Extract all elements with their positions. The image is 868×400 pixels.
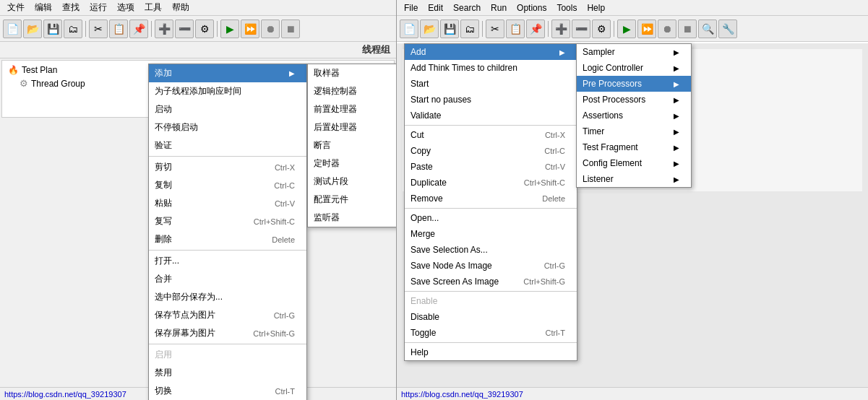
ctx-save-node-img[interactable]: 保存节点为图片 Ctrl-G (149, 306, 306, 324)
sub-config-element[interactable]: 配置元件 ▶ (308, 191, 397, 209)
r-save-as-btn[interactable]: 🗂 (460, 19, 479, 38)
ctx-paste[interactable]: 粘贴 Ctrl-V (149, 194, 306, 212)
r-remove-btn[interactable]: ➖ (572, 19, 590, 38)
r-stop2-btn[interactable]: ⏹ (678, 19, 697, 38)
r-sub-test-fragment[interactable]: Test Fragment ▶ (577, 139, 691, 155)
ctx-start[interactable]: 启动 (149, 100, 306, 118)
rctx-copy[interactable]: Copy Ctrl-C (405, 143, 577, 159)
ctx-copy[interactable]: 复制 Ctrl-C (149, 176, 306, 194)
stop2-btn[interactable]: ⏹ (281, 19, 300, 38)
r-sub-assertions[interactable]: Assertions ▶ (577, 108, 691, 123)
ctx-merge[interactable]: 合并 (149, 270, 306, 288)
menu-file[interactable]: 文件 (3, 0, 29, 15)
rctx-merge[interactable]: Merge (405, 226, 577, 242)
ctx-add[interactable]: 添加 ▶ (149, 64, 306, 82)
r-sub-pre-proc[interactable]: Pre Processors ▶ (577, 76, 691, 92)
r-listener-arrow: ▶ (674, 175, 679, 183)
rmenu-options[interactable]: Options (512, 1, 551, 14)
rctx-save-screen-img[interactable]: Save Screen As Image Ctrl+Shift-G (405, 274, 577, 290)
rctx-save-selection[interactable]: Save Selection As... (405, 242, 577, 258)
settings-btn[interactable]: ⚙ (195, 19, 214, 38)
rmenu-run[interactable]: Run (486, 1, 511, 14)
sub-pre-proc[interactable]: 前置处理器 ▶ (308, 100, 397, 118)
rctx-open[interactable]: Open... (405, 210, 577, 226)
rctx-disable[interactable]: Disable (405, 309, 577, 325)
rctx-add[interactable]: Add ▶ (405, 44, 577, 60)
ctx-rewrite[interactable]: 复写 Ctrl+Shift-C (149, 212, 306, 230)
menu-run[interactable]: 运行 (85, 0, 111, 15)
sub-timer[interactable]: 定时器 ▶ (308, 155, 397, 173)
r-new-btn[interactable]: 📄 (400, 19, 418, 38)
rmenu-file[interactable]: File (400, 1, 422, 14)
r-sub-config-element[interactable]: Config Element ▶ (577, 155, 691, 171)
rctx-save-node-img[interactable]: Save Node As Image Ctrl-G (405, 258, 577, 274)
rmenu-search[interactable]: Search (449, 1, 485, 14)
r-sub-logic-ctrl[interactable]: Logic Controller ▶ (577, 60, 691, 76)
r-run-btn[interactable]: ▶ (617, 19, 636, 38)
ctx-open[interactable]: 打开... (149, 252, 306, 270)
r-sub-sampler[interactable]: Sampler ▶ (577, 44, 691, 60)
r-paste-btn[interactable]: 📌 (526, 19, 545, 38)
ctx-disable[interactable]: 禁用 (149, 364, 306, 382)
ctx-toggle[interactable]: 切换 Ctrl-T (149, 382, 306, 400)
ctx-save-selection[interactable]: 选中部分保存为... (149, 288, 306, 306)
add-btn[interactable]: ➕ (155, 19, 173, 38)
rctx-cut[interactable]: Cut Ctrl-X (405, 127, 577, 143)
rctx-sep4 (405, 342, 577, 343)
rmenu-edit[interactable]: Edit (424, 1, 447, 14)
ctx-delete[interactable]: 删除 Delete (149, 230, 306, 248)
rctx-paste[interactable]: Paste Ctrl-V (405, 159, 577, 175)
sub-post-proc[interactable]: 后置处理器 ▶ (308, 118, 397, 136)
sub-assertions[interactable]: 断言 ▶ (308, 136, 397, 155)
paste-btn[interactable]: 📌 (129, 19, 148, 38)
rctx-start[interactable]: Start (405, 76, 577, 92)
left-context-menu: 添加 ▶ 为子线程添加响应时间 启动 不停顿启动 验证 剪切 Ctrl-X 复制… (148, 64, 307, 400)
rmenu-help[interactable]: Help (583, 1, 609, 14)
sub-sampler[interactable]: 取样器 ▶ (308, 64, 397, 82)
sub-test-fragment[interactable]: 测试片段 ▶ (308, 173, 397, 191)
ctx-add-think[interactable]: 为子线程添加响应时间 (149, 82, 306, 100)
r-sub-listener[interactable]: Listener ▶ (577, 171, 691, 187)
ctx-cut[interactable]: 剪切 Ctrl-X (149, 158, 306, 176)
run-no-pause-btn[interactable]: ⏩ (241, 19, 259, 38)
r-extra-btn[interactable]: 🔧 (718, 19, 737, 38)
run-btn[interactable]: ▶ (220, 19, 239, 38)
ctx-validate[interactable]: 验证 (149, 136, 306, 155)
copy-btn[interactable]: 📋 (109, 19, 128, 38)
r-stop-btn[interactable]: ⏺ (658, 19, 676, 38)
r-open-btn[interactable]: 📂 (420, 19, 439, 38)
sub-logic-ctrl[interactable]: 逻辑控制器 ▶ (308, 82, 397, 100)
stop-btn[interactable]: ⏺ (261, 19, 280, 38)
rctx-start-nopause[interactable]: Start no pauses (405, 92, 577, 108)
rctx-help[interactable]: Help (405, 344, 577, 360)
r-copy-btn[interactable]: 📋 (506, 19, 525, 38)
remove-btn[interactable]: ➖ (175, 19, 194, 38)
save-as-btn[interactable]: 🗂 (64, 19, 82, 38)
r-add-btn[interactable]: ➕ (551, 19, 570, 38)
save-btn[interactable]: 💾 (43, 19, 62, 38)
r-sub-timer[interactable]: Timer ▶ (577, 123, 691, 139)
sub-listener[interactable]: 监听器 ▶ (308, 209, 397, 227)
rctx-add-think[interactable]: Add Think Times to children (405, 60, 577, 76)
rctx-duplicate[interactable]: Duplicate Ctrl+Shift-C (405, 175, 577, 191)
ctx-save-screen-img[interactable]: 保存屏幕为图片 Ctrl+Shift-G (149, 324, 306, 342)
r-sub-post-proc[interactable]: Post Processors ▶ (577, 92, 691, 108)
menu-help[interactable]: 帮助 (168, 0, 194, 15)
menu-tools[interactable]: 工具 (140, 0, 166, 15)
new-btn[interactable]: 📄 (3, 19, 22, 38)
rctx-validate[interactable]: Validate (405, 108, 577, 123)
r-zoom-btn[interactable]: 🔍 (698, 19, 717, 38)
r-save-btn[interactable]: 💾 (440, 19, 459, 38)
r-settings-btn[interactable]: ⚙ (592, 19, 611, 38)
rctx-remove[interactable]: Remove Delete (405, 191, 577, 206)
menu-options[interactable]: 选项 (113, 0, 139, 15)
open-btn[interactable]: 📂 (23, 19, 42, 38)
rmenu-tools[interactable]: Tools (552, 1, 581, 14)
cut-btn[interactable]: ✂ (89, 19, 108, 38)
menu-search[interactable]: 查找 (58, 0, 84, 15)
ctx-start-nopause[interactable]: 不停顿启动 (149, 118, 306, 136)
rctx-toggle[interactable]: Toggle Ctrl-T (405, 325, 577, 341)
menu-edit[interactable]: 编辑 (30, 0, 56, 15)
r-run-no-pause-btn[interactable]: ⏩ (637, 19, 656, 38)
r-cut-btn[interactable]: ✂ (486, 19, 504, 38)
